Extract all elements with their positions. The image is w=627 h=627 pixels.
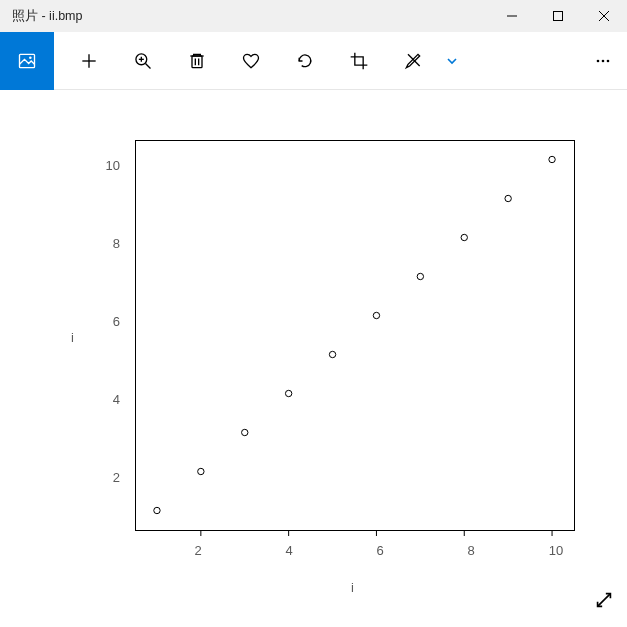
svg-point-16 [602, 59, 605, 62]
svg-rect-18 [136, 141, 575, 531]
delete-button[interactable] [170, 32, 224, 90]
svg-rect-12 [192, 56, 202, 68]
image-viewport[interactable]: i i 2 4 6 8 10 2 4 6 8 10 [0, 90, 627, 627]
svg-point-31 [242, 429, 248, 435]
svg-point-15 [597, 59, 600, 62]
svg-line-9 [146, 63, 151, 68]
minimize-button[interactable] [489, 0, 535, 32]
view-image-button[interactable] [0, 32, 54, 90]
svg-point-17 [607, 59, 610, 62]
plot-area [135, 140, 575, 540]
svg-point-34 [373, 312, 379, 318]
more-button[interactable] [579, 32, 627, 90]
y-axis-label: i [71, 330, 74, 345]
rotate-button[interactable] [278, 32, 332, 90]
window-controls [489, 0, 627, 32]
edit-button[interactable] [386, 32, 440, 90]
svg-point-29 [154, 507, 160, 513]
svg-point-33 [329, 351, 335, 357]
resize-handle-icon[interactable] [593, 589, 615, 615]
maximize-button[interactable] [535, 0, 581, 32]
chevron-down-icon[interactable] [440, 55, 464, 67]
like-button[interactable] [224, 32, 278, 90]
svg-point-38 [549, 156, 555, 162]
x-axis-label: i [351, 580, 354, 595]
crop-button[interactable] [332, 32, 386, 90]
titlebar: 照片 - ii.bmp [0, 0, 627, 32]
svg-point-30 [198, 468, 204, 474]
window-title: 照片 - ii.bmp [12, 8, 82, 25]
zoom-button[interactable] [116, 32, 170, 90]
add-button[interactable] [62, 32, 116, 90]
svg-point-35 [417, 273, 423, 279]
svg-point-5 [29, 56, 32, 59]
svg-rect-1 [554, 12, 563, 21]
svg-point-36 [461, 234, 467, 240]
toolbar [0, 32, 627, 90]
svg-point-37 [505, 195, 511, 201]
close-button[interactable] [581, 0, 627, 32]
svg-point-32 [285, 390, 291, 396]
